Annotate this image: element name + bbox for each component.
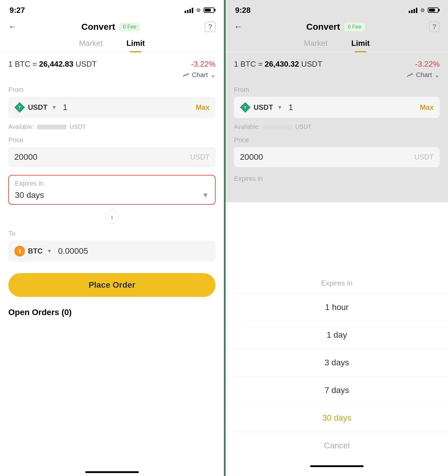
status-icons-right: ⊜: [409, 7, 438, 13]
from-input-row-right: T USDT ▼ 1 Max: [234, 97, 440, 118]
available-text-left: Available: USDT: [0, 123, 224, 134]
rate-change-left: -3.22%: [191, 60, 216, 69]
rate-prefix-left: 1 BTC =: [8, 60, 37, 68]
price-section-right: Price 20000 USDT: [226, 134, 448, 173]
from-currency-select-left[interactable]: T USDT ▼: [14, 102, 57, 113]
open-orders-title-left: Open Orders (0): [8, 308, 72, 317]
expires-value-row-left: 30 days ▼: [15, 190, 209, 200]
left-panel: 9:27 ⊜ ← Convert 0 Fee ? Market Limit: [0, 0, 224, 476]
tab-market-left[interactable]: Market: [79, 39, 103, 52]
right-panel: 9:28 ⊜ ← Convert 0 Fee ? Market Limit: [224, 0, 448, 476]
dropdown-item-1day[interactable]: 1 day: [226, 321, 448, 349]
nav-bar-left: ← Convert 0 Fee ?: [0, 18, 224, 36]
chart-mini-icon-left: [183, 73, 189, 77]
help-icon-right[interactable]: ?: [429, 21, 440, 32]
dropdown-item-1hour[interactable]: 1 hour: [226, 294, 448, 321]
to-currency-select-left[interactable]: ₿ BTC ▼: [14, 246, 52, 256]
wifi-icon: ⊜: [196, 7, 201, 13]
signal-icon-right: [409, 7, 417, 13]
swap-button-left[interactable]: ↕: [106, 211, 119, 224]
dropdown-item-30days[interactable]: 30 days: [226, 404, 448, 432]
from-currency-chevron-left: ▼: [51, 104, 57, 111]
chevron-down-icon-left: ⌄: [210, 71, 216, 79]
expires-label-right: Expires in: [234, 175, 440, 183]
to-input-value-left[interactable]: 0.00005: [52, 246, 210, 256]
tab-limit-right[interactable]: Limit: [351, 39, 370, 52]
rate-unit-left: USDT: [76, 60, 97, 68]
rate-value-left: 26,442.83: [39, 60, 73, 68]
from-label-right: From: [234, 86, 440, 94]
price-value-right[interactable]: 20000: [240, 152, 414, 162]
price-value-left[interactable]: 20000: [14, 152, 190, 162]
tabs-right: Market Limit: [226, 36, 448, 52]
price-section-left: Price 20000 USDT: [0, 134, 224, 173]
dropdown-item-7days[interactable]: 7 days: [226, 377, 448, 404]
rate-text-right: 1 BTC = 26,430.32 USDT: [234, 60, 322, 69]
expires-section-left: Expires in 30 days ▼: [0, 173, 224, 207]
wifi-icon-right: ⊜: [420, 7, 425, 13]
btc-icon-left: ₿: [14, 246, 25, 256]
open-orders-section-left: Open Orders (0): [0, 303, 224, 322]
home-indicator-right: [226, 459, 448, 470]
usdt-icon-right: T: [240, 102, 251, 113]
from-section-left: From T USDT ▼ 1 Max: [0, 84, 224, 123]
nav-title-right: Convert: [306, 22, 340, 32]
from-currency-name-left: USDT: [28, 103, 47, 112]
from-currency-select-right[interactable]: T USDT ▼: [240, 102, 282, 113]
nav-title-left: Convert: [81, 22, 115, 32]
rate-row-right: 1 BTC = 26,430.32 USDT -3.22%: [226, 52, 448, 71]
tabs-left: Market Limit: [0, 36, 224, 52]
back-button-left[interactable]: ←: [8, 22, 17, 32]
to-currency-chevron-left: ▼: [47, 248, 52, 254]
place-order-button-left[interactable]: Place Order: [8, 273, 216, 297]
usdt-icon-left: T: [14, 102, 25, 113]
status-bar-right: 9:28 ⊜: [226, 0, 448, 18]
available-blur-left: [37, 125, 67, 129]
to-input-row-left: ₿ BTC ▼ 0.00005: [8, 240, 216, 262]
fee-badge-right: 0 Fee: [344, 23, 365, 31]
price-label-right: Price: [234, 136, 440, 144]
from-currency-chevron-right: ▼: [277, 104, 282, 111]
help-icon-left[interactable]: ?: [205, 21, 216, 32]
swap-row-left: ↕: [0, 207, 224, 227]
from-input-value-right[interactable]: 1: [282, 103, 420, 112]
from-section-right: From T USDT ▼ 1 Max: [226, 84, 448, 123]
rate-unit-right: USDT: [301, 60, 322, 68]
from-label-left: From: [8, 86, 216, 94]
price-unit-right: USDT: [414, 153, 434, 161]
rate-change-right: -3.22%: [415, 60, 440, 69]
max-button-right[interactable]: Max: [420, 103, 434, 112]
price-unit-left: USDT: [190, 153, 210, 161]
chart-link-left[interactable]: Chart ⌄: [183, 71, 216, 79]
rate-value-right: 26,430.32: [265, 60, 299, 68]
from-input-value-left[interactable]: 1: [57, 103, 196, 112]
rate-row-left: 1 BTC = 26,442.83 USDT -3.22%: [0, 52, 224, 71]
tab-limit-left[interactable]: Limit: [126, 39, 145, 52]
back-button-right[interactable]: ←: [234, 22, 242, 32]
swap-icon-left: ↕: [111, 214, 114, 221]
chart-link-right[interactable]: Chart ⌄: [407, 71, 440, 79]
chart-row-left: Chart ⌄: [0, 71, 224, 84]
dropdown-item-3days[interactable]: 3 days: [226, 349, 448, 377]
nav-title-area-left: Convert 0 Fee: [81, 22, 140, 32]
nav-title-area-right: Convert 0 Fee: [306, 22, 365, 32]
signal-icon: [185, 7, 193, 13]
tab-market-right[interactable]: Market: [304, 39, 327, 52]
nav-bar-right: ← Convert 0 Fee ?: [226, 18, 448, 36]
from-input-row-left: T USDT ▼ 1 Max: [8, 97, 216, 118]
dropdown-item-cancel[interactable]: Cancel: [226, 432, 448, 459]
max-button-left[interactable]: Max: [196, 103, 210, 112]
expires-box-left[interactable]: Expires in 30 days ▼: [8, 175, 216, 205]
fee-badge-left: 0 Fee: [119, 23, 140, 31]
dropdown-header: Expires in: [226, 270, 448, 294]
status-time-right: 9:28: [235, 6, 251, 15]
to-section-left: To ₿ BTC ▼ 0.00005: [0, 227, 224, 267]
battery-icon-right: [428, 7, 438, 13]
chevron-down-icon-right: ⌄: [434, 71, 440, 79]
expires-label-left: Expires in: [15, 180, 209, 187]
from-currency-name-right: USDT: [254, 103, 273, 112]
status-time-left: 9:27: [10, 6, 25, 15]
expires-dropdown-sheet: Expires in 1 hour 1 day 3 days 7 days 30…: [226, 270, 448, 476]
rate-prefix-right: 1 BTC =: [234, 60, 262, 68]
battery-icon: [204, 7, 214, 13]
